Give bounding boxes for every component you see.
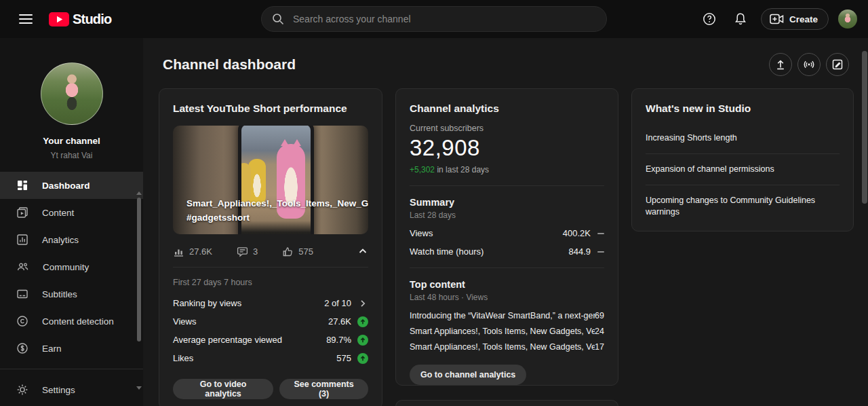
topbar-actions: Create [696,5,857,33]
sidebar-item-content[interactable]: Content [0,199,143,226]
metric-rows: Ranking by views 2 of 10 Views 27.6K [173,294,368,367]
whats-new-item[interactable]: Expansion of channel permissions [646,164,840,175]
sidebar-item-label: Dashboard [42,181,90,191]
channel-analytics-card: Channel analytics Current subscribers 32… [395,88,618,386]
create-button[interactable]: Create [761,8,829,30]
edit-pencil-icon [831,58,844,71]
go-to-video-analytics-button[interactable]: Go to video analytics [173,379,273,399]
card-title: Latest YouTube Short performance [173,103,368,115]
top-content-row[interactable]: Smart Appliances!, Tools Items, New Gadg… [410,339,604,354]
header-actions [769,53,849,76]
sidebar-scrollbar-thumb[interactable] [137,198,141,342]
summary-rows: Views 400.2K Watch time (hours) 844.9 [410,224,604,261]
sidebar: Your channel Yt rahat Vai Dashboard Cont… [0,38,143,406]
collapse-panel-button[interactable] [357,246,368,257]
help-button[interactable] [696,5,723,33]
sidebar-item-label: Content detection [42,316,114,327]
trend-up-icon [357,353,368,364]
card-title: Channel analytics [410,103,604,115]
divider [410,267,604,268]
live-broadcast-icon [803,58,815,71]
comments-icon [237,246,248,257]
search-input[interactable] [293,14,597,24]
analytics-icon [16,234,28,246]
sidebar-item-label: Community [43,262,89,272]
account-avatar[interactable] [838,10,857,29]
upload-videos-button[interactable] [769,53,792,76]
metric-row-avg-percentage: Average percentage viewed 89.7% [173,331,368,349]
sidebar-scrollbar[interactable] [136,191,142,390]
main-header: Channel dashboard [143,38,868,88]
metric-row-ranking[interactable]: Ranking by views 2 of 10 [173,294,368,312]
views-chart-icon [173,246,184,257]
search-bar[interactable] [261,6,607,32]
dashboard-cards: Latest YouTube Short performance Smart_A… [143,88,868,406]
upload-icon [774,58,787,71]
see-comments-button[interactable]: See comments (3) [279,379,368,399]
scroll-up-arrow-icon[interactable] [136,191,142,195]
page-scrollbar[interactable] [861,38,868,406]
edit-button[interactable] [826,53,849,76]
trend-neutral-icon [597,251,604,253]
metric-row-likes: Likes 575 [173,349,368,367]
sidebar-item-dashboard[interactable]: Dashboard [0,172,143,199]
sidebar-item-label: Content [42,208,74,218]
sidebar-nav: Dashboard Content Analytics Community Su… [0,172,143,362]
sidebar-item-label: Analytics [42,235,79,245]
sidebar-item-subtitles[interactable]: Subtitles [0,280,143,308]
subscribers-delta: +5,302 in last 28 days [410,165,604,174]
card-title: What's new in Studio [646,103,840,115]
brand-word: Studio [73,12,111,27]
create-video-icon [770,14,784,24]
scroll-down-arrow-icon[interactable] [136,386,142,390]
sidebar-item-earn[interactable]: Earn [0,335,143,362]
subscribers-count: 32,908 [410,135,604,161]
content-icon [16,206,28,219]
youtube-play-logo-icon [49,12,69,26]
channel-name: Yt rahat Vai [0,151,143,160]
trend-up-icon [357,335,368,346]
top-content-row[interactable]: Smart Appliances!, Tools Items, New Gadg… [410,323,604,339]
short-video-thumbnail[interactable]: Smart_Appliances!,_Tools_Items,_New_Gadg… [173,126,368,234]
sidebar-item-content-detection[interactable]: Content detection [0,308,143,335]
search-icon [271,12,285,26]
sidebar-item-send-feedback[interactable]: Send feedback [0,403,143,406]
go-to-channel-analytics-button[interactable]: Go to channel analytics [410,365,526,385]
sidebar-item-community[interactable]: Community [0,253,143,280]
summary-row-watch-time: Watch time (hours) 844.9 [410,242,604,261]
dashboard-icon [16,179,28,191]
main-content: Channel dashboard Latest YouTube [143,38,868,406]
whats-new-item[interactable]: Upcoming changes to Community Guidelines… [646,195,840,218]
chevron-right-icon [358,299,368,308]
sidebar-item-analytics[interactable]: Analytics [0,226,143,253]
sidebar-item-settings[interactable]: Settings [0,376,143,403]
page-scrollbar-thumb[interactable] [862,51,867,204]
summary-title: Summary [410,197,604,208]
channel-block: Your channel Yt rahat Vai [0,38,143,160]
sidebar-item-label: Subtitles [42,289,77,299]
top-content-row[interactable]: Introducing the “VitaWear SmartBand,” a … [410,308,604,323]
menu-hamburger-button[interactable] [12,5,39,33]
whats-new-item[interactable]: Increasing Shorts length [646,132,840,144]
go-live-button[interactable] [797,53,821,76]
comments-count: 3 [253,246,258,257]
channel-avatar[interactable] [41,62,103,125]
notifications-bell-button[interactable] [727,5,754,33]
topbar: Studio Create [0,0,868,38]
chevron-up-icon [357,246,368,257]
video-title-overlay: Smart_Appliances!,_Tools_Items,_New_Gadg… [186,196,368,225]
subtitles-icon [16,288,28,300]
performance-period: First 27 days 7 hours [173,278,368,287]
copyright-icon [16,315,28,327]
trend-neutral-icon [597,233,604,234]
next-card-partially-visible [395,400,618,406]
card-buttons: Go to video analytics See comments (3) [173,379,368,399]
community-icon [16,261,29,273]
dollar-icon [16,342,28,354]
studio-logo[interactable]: Studio [49,12,111,27]
likes-count: 575 [298,246,313,257]
whats-new-card: What's new in Studio Increasing Shorts l… [631,88,854,232]
divider [646,185,840,185]
sidebar-item-label: Earn [42,344,62,354]
top-content-rows: Introducing the “VitaWear SmartBand,” a … [410,308,604,354]
